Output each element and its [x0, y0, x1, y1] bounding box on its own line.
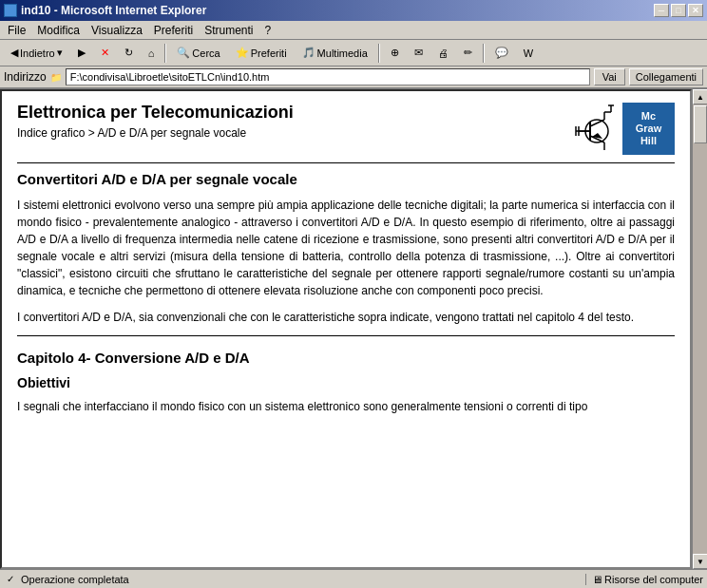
multimedia-icon: 🎵: [302, 47, 315, 59]
computer-label: Risorse del computer: [604, 574, 703, 585]
page-header: Elettronica per Telecomunicazioni Indice…: [17, 103, 675, 155]
address-bar: Indirizzo 📁 Vai Collegamenti: [0, 66, 707, 89]
title-bar: ind10 - Microsoft Internet Explorer ─ □ …: [0, 0, 707, 21]
history-icon: ⊕: [391, 47, 399, 59]
address-input[interactable]: [66, 68, 590, 85]
mail-icon: ✉: [414, 47, 423, 59]
menu-bar: File Modifica Visualizza Preferiti Strum…: [0, 21, 707, 40]
menu-file[interactable]: File: [2, 22, 31, 39]
search-button[interactable]: 🔍 Cerca: [170, 43, 226, 64]
forward-icon: ▶: [78, 47, 86, 59]
multimedia-button[interactable]: 🎵 Multimedia: [296, 43, 374, 64]
mcgraw-hill-logo: Mc Graw Hill: [622, 103, 675, 155]
scroll-track[interactable]: [693, 104, 707, 554]
status-icon: ✓: [4, 573, 17, 586]
menu-strumenti[interactable]: Strumenti: [199, 22, 258, 39]
separator-3: [483, 44, 485, 63]
scroll-down-button[interactable]: ▼: [693, 554, 707, 569]
go-button[interactable]: Vai: [594, 68, 625, 85]
status-left: ✓ Operazione completata: [4, 573, 129, 586]
favorites-button[interactable]: ⭐ Preferiti: [229, 43, 294, 64]
home-icon: ⌂: [148, 47, 155, 59]
page-content: Elettronica per Telecomunicazioni Indice…: [0, 89, 692, 569]
messenger-button[interactable]: W: [517, 43, 540, 64]
objectives-title: Obiettivi: [17, 375, 675, 390]
logo-area: Mc Graw Hill: [571, 103, 675, 155]
messenger-icon: W: [524, 47, 533, 59]
menu-help[interactable]: ?: [259, 22, 277, 39]
scroll-thumb[interactable]: [694, 105, 707, 143]
favorites-icon: ⭐: [236, 47, 249, 59]
stop-button[interactable]: ✕: [94, 43, 116, 64]
window-controls: ─ □ ✕: [654, 4, 703, 17]
scrollbar: ▲ ▼: [692, 89, 707, 569]
stop-icon: ✕: [101, 47, 109, 59]
back-dropdown-icon: ▾: [57, 47, 63, 59]
toolbar: ◀ Indietro ▾ ▶ ✕ ↻ ⌂ 🔍 Cerca ⭐ Preferiti…: [0, 40, 707, 66]
section1-title: Convertitori A/D e D/A per segnale vocal…: [17, 171, 675, 187]
print-icon: 🖨: [438, 47, 449, 59]
refresh-icon: ↻: [124, 47, 133, 59]
close-button[interactable]: ✕: [688, 4, 703, 17]
edit-button[interactable]: ✏: [457, 43, 479, 64]
menu-modifica[interactable]: Modifica: [31, 22, 86, 39]
objectives-text: I segnali che interfacciano il mondo fis…: [17, 398, 675, 415]
menu-visualizza[interactable]: Visualizza: [86, 22, 148, 39]
edit-icon: ✏: [464, 47, 472, 59]
mail-button[interactable]: ✉: [408, 43, 430, 64]
refresh-button[interactable]: ↻: [118, 43, 140, 64]
maximize-button[interactable]: □: [671, 4, 686, 17]
header-text: Elettronica per Telecomunicazioni Indice…: [17, 103, 294, 140]
back-icon: ◀: [10, 47, 18, 59]
ie-icon: [4, 4, 17, 17]
discuss-button[interactable]: 💬: [488, 43, 515, 64]
menu-preferiti[interactable]: Preferiti: [148, 22, 199, 39]
chapter-title: Capitolo 4- Conversione A/D e D/A: [17, 350, 675, 366]
minimize-button[interactable]: ─: [654, 4, 669, 17]
discuss-icon: 💬: [495, 47, 508, 59]
address-icon: 📁: [50, 72, 62, 83]
paragraph1: I sistemi elettronici evolvono verso una…: [17, 197, 675, 299]
status-bar: ✓ Operazione completata 🖥 Risorse del co…: [0, 569, 707, 588]
status-right: 🖥 Risorse del computer: [585, 574, 703, 585]
breadcrumb: Indice grafico > A/D e D/A per segnale v…: [17, 126, 294, 140]
section-divider: [17, 335, 675, 336]
print-button[interactable]: 🖨: [431, 43, 455, 64]
forward-button[interactable]: ▶: [71, 43, 92, 64]
circuit-diagram-icon: [571, 103, 619, 150]
window-title: ind10 - Microsoft Internet Explorer: [21, 4, 206, 17]
header-divider: [17, 162, 675, 163]
paragraph2: I convertitori A/D e D/A, sia convenzion…: [17, 309, 675, 326]
separator-2: [378, 44, 380, 63]
page-title: Elettronica per Telecomunicazioni: [17, 103, 294, 123]
back-button[interactable]: ◀ Indietro ▾: [4, 43, 69, 64]
separator-1: [164, 44, 166, 63]
links-button[interactable]: Collegamenti: [629, 68, 703, 85]
address-label: Indirizzo: [4, 70, 47, 84]
home-button[interactable]: ⌂: [142, 43, 162, 64]
search-icon: 🔍: [177, 47, 190, 59]
history-button[interactable]: ⊕: [384, 43, 406, 64]
status-text: Operazione completata: [21, 574, 129, 585]
content-wrapper: Elettronica per Telecomunicazioni Indice…: [0, 89, 707, 569]
computer-icon: 🖥: [592, 574, 602, 585]
scroll-up-button[interactable]: ▲: [693, 89, 707, 104]
